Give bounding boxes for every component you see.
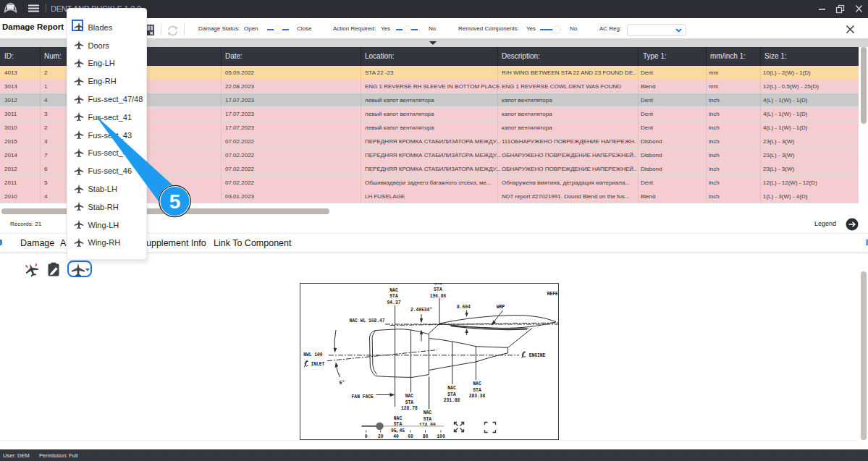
svg-text:NAC: NAC: [424, 410, 432, 415]
svg-text:WRP: WRP: [497, 305, 505, 310]
svg-text:283.38: 283.38: [469, 394, 486, 399]
svg-text:NAC: NAC: [473, 381, 481, 386]
svg-text:NWL 100: NWL 100: [303, 352, 323, 358]
svg-text:NAC: NAC: [434, 283, 442, 286]
svg-text:0: 0: [365, 434, 368, 439]
svg-text:NAC: NAC: [447, 386, 456, 391]
svg-text:95,45: 95,45: [391, 428, 405, 433]
svg-text:60: 60: [408, 434, 413, 439]
svg-text:ENGINE: ENGINE: [529, 353, 546, 358]
svg-text:NAC: NAC: [405, 394, 414, 399]
svg-text:40: 40: [393, 434, 399, 439]
svg-text:NAC WL 168.47: NAC WL 168.47: [350, 318, 385, 323]
svg-text:INLET: INLET: [311, 362, 325, 367]
svg-text:174.00: 174.00: [419, 423, 436, 428]
svg-text:231.88: 231.88: [444, 398, 460, 403]
svg-text:STA: STA: [447, 392, 456, 397]
svg-text:STA: STA: [434, 287, 442, 292]
svg-text:REFE: REFE: [547, 292, 558, 297]
svg-text:100: 100: [437, 434, 445, 439]
svg-text:NAC: NAC: [394, 416, 403, 421]
svg-text:20: 20: [378, 434, 384, 439]
svg-text:STA: STA: [424, 417, 432, 422]
svg-text:196.86: 196.86: [430, 294, 447, 299]
svg-text:FAN FACE: FAN FACE: [352, 394, 374, 399]
svg-text:STA: STA: [473, 388, 481, 393]
svg-text:5°: 5°: [340, 380, 345, 386]
svg-text:2.40534°: 2.40534°: [410, 307, 432, 313]
svg-text:128.78: 128.78: [401, 406, 418, 411]
svg-text:94.37: 94.37: [387, 300, 401, 305]
svg-text:NAC: NAC: [389, 288, 398, 293]
svg-text:80: 80: [423, 434, 429, 439]
svg-text:8.604: 8.604: [457, 305, 471, 310]
svg-text:STA: STA: [389, 294, 398, 299]
svg-text:STA: STA: [405, 400, 414, 405]
